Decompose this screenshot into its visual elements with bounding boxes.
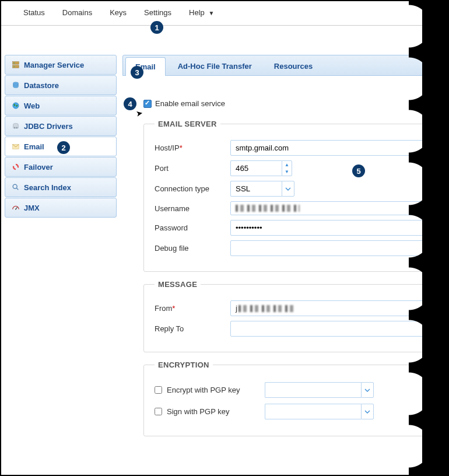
svg-rect-0 [13, 62, 19, 64]
svg-point-10 [13, 184, 17, 188]
sidebar-item-label: Manager Service [24, 61, 84, 69]
from-label: From* [155, 304, 230, 313]
port-spinner-down[interactable]: ▼ [282, 168, 292, 175]
sidebar-item-manager-service[interactable]: Manager Service [5, 55, 117, 75]
sidebar-item-label: Email [24, 142, 44, 151]
menu-domains[interactable]: Domains [54, 3, 101, 22]
driver-icon [11, 121, 20, 131]
gauge-icon [11, 203, 20, 212]
encrypt-pgp-key-select[interactable] [265, 382, 361, 398]
sidebar-item-label: Web [24, 102, 40, 110]
encrypt-pgp-label: Encrypt with PGP key [167, 386, 260, 394]
svg-rect-1 [13, 65, 19, 68]
sign-pgp-key-select[interactable] [265, 404, 361, 419]
mail-icon [11, 142, 20, 151]
reply-to-label: Reply To [155, 324, 230, 333]
sidebar-item-jmx[interactable]: JMX [5, 198, 117, 218]
connection-type-label: Connection type [155, 184, 230, 193]
menu-help[interactable]: Help ▼ [180, 3, 223, 22]
content-area: Email Ad-Hoc File Transfer Resources Ena… [122, 55, 449, 456]
menu-help-label: Help [189, 8, 205, 17]
sidebar-item-label: Datastore [24, 81, 59, 90]
globe-icon [11, 101, 20, 110]
sign-pgp-checkbox[interactable] [155, 408, 162, 415]
chevron-down-icon[interactable] [361, 404, 374, 419]
sidebar-item-web[interactable]: Web [5, 96, 117, 116]
message-legend: MESSAGE [155, 280, 201, 289]
torn-edge-decoration [422, 0, 449, 476]
menu-keys[interactable]: Keys [101, 3, 135, 22]
mouse-cursor-icon: ➤ [135, 108, 144, 118]
sidebar-item-label: Search Index [24, 183, 71, 192]
enable-email-label: Enable email service [155, 99, 225, 108]
svg-point-3 [14, 66, 15, 67]
email-server-fieldset: EMAIL SERVER Host/IP* Port ▲ ▼ [143, 120, 449, 272]
tab-content-email: Enable email service EMAIL SERVER Host/I… [122, 76, 449, 456]
svg-point-13 [15, 209, 16, 210]
password-label: Password [155, 223, 230, 232]
sidebar-item-label: JMX [24, 204, 40, 212]
email-server-legend: EMAIL SERVER [155, 120, 220, 128]
server-icon [11, 60, 20, 69]
callout-2: 2 [57, 141, 70, 154]
callout-4: 4 [124, 97, 136, 110]
svg-point-6 [13, 103, 19, 109]
menu-status[interactable]: Status [15, 3, 54, 22]
username-label: Username [155, 204, 230, 213]
sidebar-item-datastore[interactable]: Datastore [5, 75, 117, 95]
sidebar-item-label: JDBC Drivers [24, 122, 73, 131]
debug-file-label: Debug file [155, 244, 230, 253]
tabs: Email Ad-Hoc File Transfer Resources [122, 55, 449, 76]
port-label: Port [155, 164, 230, 173]
tab-resources[interactable]: Resources [264, 57, 322, 75]
menu-settings[interactable]: Settings [135, 3, 180, 22]
encryption-legend: ENCRYPTION [155, 360, 213, 369]
tab-adhoc-file-transfer[interactable]: Ad-Hoc File Transfer [168, 57, 262, 75]
svg-rect-8 [16, 127, 17, 129]
top-menu: Status Domains Keys Settings Help ▼ [0, 0, 449, 26]
svg-line-11 [16, 188, 18, 190]
failover-icon [11, 162, 20, 172]
sidebar-item-failover[interactable]: Failover [5, 157, 117, 177]
search-icon [11, 183, 20, 192]
callout-1: 1 [150, 21, 163, 34]
encrypt-pgp-checkbox[interactable] [155, 386, 162, 394]
callout-3: 3 [131, 66, 143, 79]
svg-rect-7 [14, 127, 15, 129]
chevron-down-icon: ▼ [208, 10, 214, 16]
enable-email-checkbox[interactable] [143, 100, 152, 108]
sidebar-item-search-index[interactable]: Search Index [5, 177, 117, 197]
sidebar-item-jdbc-drivers[interactable]: JDBC Drivers [5, 116, 117, 136]
port-input[interactable] [230, 160, 282, 176]
connection-type-select[interactable] [230, 181, 282, 197]
svg-point-2 [14, 62, 15, 64]
chevron-down-icon[interactable] [361, 382, 374, 398]
message-fieldset: MESSAGE From* j Reply To [143, 280, 449, 352]
host-label: Host/IP* [155, 144, 230, 152]
sign-pgp-label: Sign with PGP key [167, 407, 260, 416]
chevron-down-icon[interactable] [282, 181, 294, 197]
sidebar-item-label: Failover [24, 163, 53, 172]
port-spinner-up[interactable]: ▲ [282, 161, 292, 168]
sidebar: Manager Service Datastore Web JDBC Drive… [5, 55, 117, 456]
encryption-fieldset: ENCRYPTION Encrypt with PGP key Sign wit… [143, 360, 449, 436]
callout-5: 5 [352, 164, 365, 177]
database-icon [11, 80, 20, 90]
